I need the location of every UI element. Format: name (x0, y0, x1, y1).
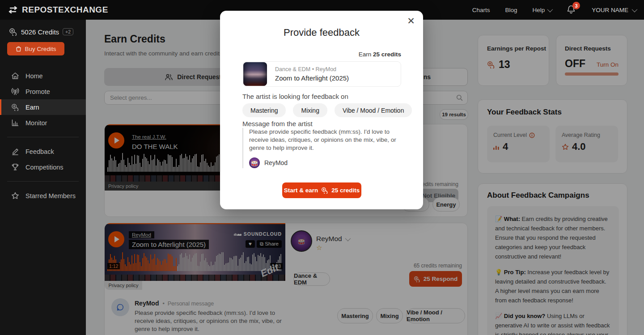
start-and-earn-button[interactable]: Start & earn 25 credits (282, 182, 361, 198)
cta-amount: 25 credits (331, 187, 360, 194)
home-icon (11, 72, 19, 80)
credits-plus-badge: +2 (63, 28, 73, 35)
artist-message-text: Please provide specific feedback (mm:ss)… (249, 128, 401, 152)
buy-credits-button[interactable]: Buy Credits (7, 42, 64, 55)
sidebar-item-label: Starred Members (25, 192, 76, 199)
coins-icon (11, 103, 19, 111)
sidebar-item-label: Competitions (25, 164, 64, 171)
app-root: REPOSTEXCHANGE Charts Blog Help 3 YOUR N… (0, 0, 644, 335)
track-artwork (243, 62, 267, 86)
top-nav: Charts Blog Help 3 YOUR NAME (472, 0, 636, 20)
sidebar-item-label: Home (25, 72, 43, 80)
modal-track-card: Dance & EDM • ReyMod Zoom to Afterlight … (242, 61, 401, 87)
user-menu[interactable]: YOUR NAME (592, 7, 636, 13)
modal-category-vibe: Vibe / Mood / Emotion (335, 103, 412, 117)
trophy-icon (11, 163, 19, 171)
sidebar: 5026 Credits +2 Buy Credits Home Promote… (0, 20, 86, 335)
cta-label: Start & earn (284, 187, 318, 194)
artist-name: ReyMod (264, 159, 288, 166)
brand-logo[interactable]: REPOSTEXCHANGE (7, 5, 108, 15)
nav-blog[interactable]: Blog (505, 7, 517, 13)
sidebar-item-promote[interactable]: Promote (0, 84, 86, 99)
sidebar-divider (7, 181, 79, 182)
sidebar-item-feedback[interactable]: Feedback (0, 144, 86, 159)
modal-earn-amount: 25 credits (373, 51, 401, 58)
notification-badge: 3 (572, 2, 580, 9)
artist-message-quote: Please provide specific feedback (mm:ss)… (242, 128, 402, 168)
shopping-bag-icon (16, 46, 21, 52)
sidebar-item-label: Earn (25, 104, 39, 111)
chevron-down-icon (547, 6, 553, 12)
sidebar-item-monitor[interactable]: Monitor (0, 115, 86, 131)
brand-name: REPOSTEXCHANGE (22, 5, 108, 15)
modal-category-mixing: Mixing (293, 103, 327, 117)
nav-help[interactable]: Help (532, 7, 551, 13)
sidebar-item-starred-members[interactable]: Starred Members (0, 188, 86, 204)
coins-icon (9, 28, 17, 36)
sidebar-divider (7, 137, 79, 137)
pencil-icon (11, 148, 19, 155)
bar-chart-icon (11, 119, 19, 127)
star-icon (11, 192, 19, 199)
repost-icon (7, 6, 19, 13)
track-title: Zoom to Afterlight (2025) (275, 74, 349, 82)
chevron-down-icon (632, 6, 638, 12)
credits-amount: 5026 Credits (21, 28, 59, 36)
track-genre-artist: Dance & EDM • ReyMod (275, 66, 349, 72)
close-icon[interactable]: ✕ (405, 15, 417, 27)
broadcast-icon (11, 88, 19, 95)
sidebar-item-earn[interactable]: Earn (0, 99, 86, 115)
sidebar-item-label: Feedback (25, 148, 54, 155)
nav-help-label: Help (532, 7, 545, 13)
sidebar-item-label: Monitor (25, 119, 47, 127)
buy-credits-label: Buy Credits (25, 46, 56, 52)
coins-icon (321, 187, 328, 194)
nav-charts[interactable]: Charts (472, 7, 490, 13)
sidebar-item-competitions[interactable]: Competitions (0, 159, 86, 175)
looking-for-feedback-label: The artist is looking for feedback on (242, 93, 348, 100)
provide-feedback-modal: ✕ Provide feedback Earn 25 credits Dance… (220, 11, 423, 209)
modal-earn-line: Earn 25 credits (359, 51, 401, 58)
artist-avatar (249, 157, 260, 168)
sidebar-item-home[interactable]: Home (0, 68, 86, 84)
credits-balance[interactable]: 5026 Credits +2 (9, 28, 86, 36)
modal-category-mastering: Mastering (242, 103, 286, 117)
message-from-artist-label: Message from the artist (242, 120, 313, 127)
notifications-button[interactable]: 3 (567, 4, 576, 15)
user-name: YOUR NAME (592, 7, 628, 13)
sidebar-item-label: Promote (25, 88, 50, 95)
modal-title: Provide feedback (220, 27, 423, 38)
